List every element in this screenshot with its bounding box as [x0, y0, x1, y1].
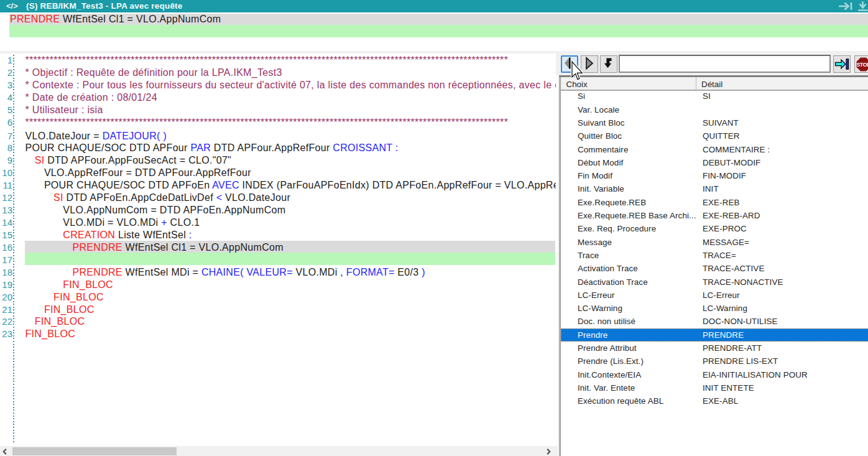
svg-text:STOP: STOP	[856, 62, 868, 68]
